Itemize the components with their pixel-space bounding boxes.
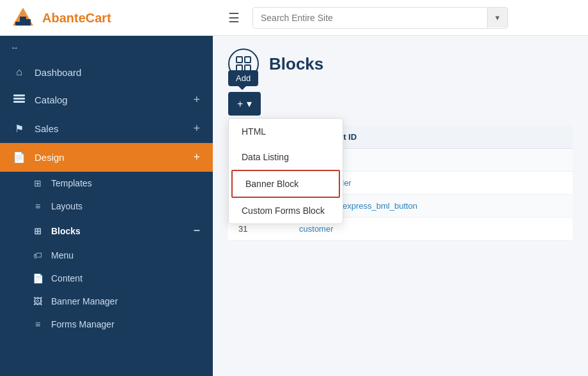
logo-area: AbanteCart [0,0,213,36]
sidebar-item-catalog[interactable]: Catalog + [0,86,213,114]
dropdown-item-custom-forms-block[interactable]: Custom Forms Block [229,198,343,223]
add-dropdown-arrow: ▾ [247,98,252,110]
sidebar-item-sales[interactable]: ⚑ Sales + [0,114,213,143]
dropdown-item-banner-block[interactable]: Banner Block [231,170,340,198]
search-input[interactable] [253,8,487,28]
add-button-container: Add + ▾ HTML Data Listing Banner Block C… [228,92,261,116]
banner-icon: 🖼 [32,296,43,306]
sidebar-nav: ⌂ Dashboard Catalog + ⚑ Sales + 📄 Design… [0,59,213,376]
subnav-item-label: Layouts [51,201,82,211]
expand-icon: + [193,93,200,107]
svg-rect-1 [20,17,26,26]
sidebar-item-design[interactable]: 📄 Design + [0,143,213,172]
toggle-icon: ↔ [10,43,19,52]
collapse-icon: − [193,224,200,237]
dropdown-item-data-listing[interactable]: Data Listing [229,144,343,170]
add-dropdown-menu: HTML Data Listing Banner Block Custom Fo… [228,118,343,224]
forms-icon: ≡ [32,319,43,329]
catalog-icon [13,94,26,106]
sidebar-item-layouts[interactable]: ≡ Layouts [0,195,213,218]
sidebar: AbanteCart ↔ ⌂ Dashboard Catalog + ⚑ Sal… [0,0,213,376]
add-plus-label: + [237,98,243,110]
sidebar-item-label: Design [35,152,65,163]
dropdown-item-html[interactable]: HTML [229,119,343,144]
sidebar-item-label: Dashboard [35,67,81,78]
expand-icon: + [193,122,200,135]
sidebar-item-label: Sales [35,123,59,134]
search-container: ▾ [252,7,508,29]
brand-name: AbanteCart [42,11,111,26]
subnav-item-label: Forms Manager [51,319,114,329]
sidebar-item-menu[interactable]: 🏷 Menu [0,244,213,267]
page-title: Blocks [269,54,323,74]
sidebar-item-label: Catalog [35,94,68,105]
subnav-item-label: Templates [51,178,92,188]
svg-rect-3 [26,19,31,26]
subnav-item-label: Blocks [51,226,81,236]
svg-rect-4 [13,94,25,96]
search-dropdown-button[interactable]: ▾ [487,8,507,27]
home-icon: ⌂ [13,66,26,78]
add-tooltip: Add [228,70,258,86]
main-content: ☰ ▾ Blocks Add + ▾ [213,0,588,376]
content-icon: 📄 [32,273,43,283]
sidebar-toggle[interactable]: ↔ [0,36,213,59]
sidebar-item-blocks[interactable]: ⊞ Blocks − [0,218,213,244]
sidebar-item-banner-manager[interactable]: 🖼 Banner Manager [0,290,213,313]
svg-rect-7 [236,57,242,63]
sidebar-item-content[interactable]: 📄 Content [0,267,213,290]
expand-icon: + [193,151,200,164]
topbar: ☰ ▾ [213,0,588,36]
subnav-item-label: Content [51,273,82,283]
sales-icon: ⚑ [13,123,26,135]
templates-icon: ⊞ [32,178,43,188]
layouts-icon: ≡ [32,201,43,211]
sidebar-item-templates[interactable]: ⊞ Templates [0,172,213,195]
menu-icon: 🏷 [32,250,43,260]
svg-rect-6 [13,101,25,103]
page-content: Blocks Add + ▾ HTML Data Listing Banner … [213,36,588,376]
subnav-item-label: Banner Manager [51,296,118,306]
design-icon: 📄 [13,151,26,163]
sidebar-item-forms-manager[interactable]: ≡ Forms Manager [0,313,213,336]
add-button[interactable]: + ▾ [228,92,261,116]
svg-rect-8 [245,57,251,63]
hamburger-button[interactable]: ☰ [223,8,245,28]
svg-rect-5 [13,98,25,100]
logo-icon [10,5,36,31]
blocks-icon: ⊞ [32,226,43,236]
svg-rect-2 [15,22,20,26]
subnav-item-label: Menu [51,250,74,260]
sidebar-item-dashboard[interactable]: ⌂ Dashboard [0,59,213,86]
page-header: Blocks [228,49,573,79]
